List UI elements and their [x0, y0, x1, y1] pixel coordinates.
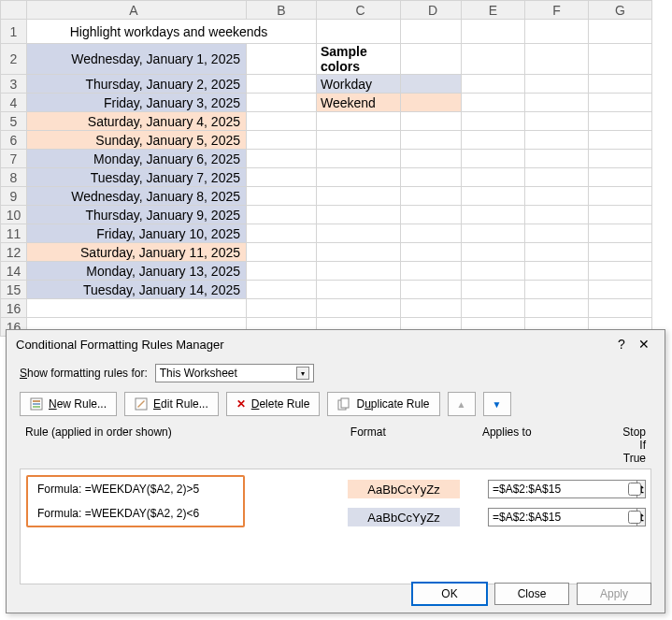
close-icon[interactable]: ✕	[633, 337, 655, 352]
date-cell[interactable]: Wednesday, January 1, 2025	[27, 44, 247, 75]
svg-rect-3	[33, 406, 40, 408]
date-cell[interactable]: Tuesday, January 14, 2025	[27, 281, 247, 299]
row-header[interactable]: 10	[1, 206, 27, 224]
dialog-title: Conditional Formatting Rules Manager	[16, 338, 224, 352]
rules-list: Formula: =WEEKDAY($A2, 2)>5 Formula: =WE…	[20, 469, 651, 584]
help-icon[interactable]: ?	[610, 337, 633, 352]
row-header[interactable]: 8	[1, 168, 27, 187]
row-header[interactable]: 14	[1, 262, 27, 281]
format-preview: AaBbCcYyZz	[348, 508, 460, 526]
svg-rect-2	[33, 403, 40, 405]
chevron-up-icon: ▲	[457, 399, 466, 410]
row-header[interactable]: 12	[1, 243, 27, 262]
date-cell[interactable]: Thursday, January 2, 2025	[27, 75, 247, 94]
date-cell[interactable]: Monday, January 13, 2025	[27, 262, 247, 281]
applies-to-input[interactable]	[488, 480, 637, 498]
row-header[interactable]: 1	[1, 20, 27, 44]
delete-rule-button[interactable]: ✕ Delete Rule	[226, 392, 321, 416]
col-header-a[interactable]: A	[27, 1, 247, 20]
stop-if-true-checkbox[interactable]	[628, 483, 641, 496]
date-cell[interactable]: Monday, January 6, 2025	[27, 150, 247, 168]
show-rules-label: Show formatting rules for:	[20, 367, 148, 380]
col-header-c[interactable]: C	[317, 1, 401, 20]
scope-dropdown[interactable]: This Worksheet ▾	[155, 364, 314, 382]
chevron-down-icon: ▼	[493, 399, 502, 410]
row-header[interactable]: 6	[1, 131, 27, 150]
row-header[interactable]: 4	[1, 94, 27, 112]
chevron-down-icon: ▾	[296, 367, 309, 380]
date-cell[interactable]: Saturday, January 11, 2025	[27, 243, 247, 262]
date-cell[interactable]: Thursday, January 9, 2025	[27, 206, 247, 224]
date-cell[interactable]: Wednesday, January 8, 2025	[27, 187, 247, 206]
new-rule-icon	[30, 397, 43, 411]
col-header-d[interactable]: D	[401, 1, 462, 20]
col-header-b[interactable]: B	[247, 1, 317, 20]
rules-manager-dialog: Conditional Formatting Rules Manager ? ✕…	[6, 329, 665, 613]
row-header[interactable]: 2	[1, 44, 27, 75]
delete-icon: ✕	[236, 397, 246, 411]
row-header[interactable]: 15	[1, 281, 27, 299]
format-preview: AaBbCcYyZz	[348, 480, 460, 498]
corner-cell[interactable]	[1, 1, 27, 20]
rules-header: Rule (applied in order shown) Format App…	[20, 422, 651, 469]
row-header[interactable]: 3	[1, 75, 27, 94]
duplicate-icon	[337, 397, 350, 411]
date-cell[interactable]: Friday, January 10, 2025	[27, 224, 247, 243]
rule-formula[interactable]: Formula: =WEEKDAY($A2, 2)>5	[28, 477, 243, 501]
edit-rule-button[interactable]: Edit Rule...	[124, 392, 219, 416]
col-header-f[interactable]: F	[525, 1, 589, 20]
move-down-button[interactable]: ▼	[483, 392, 511, 416]
svg-rect-1	[33, 400, 40, 402]
sample-weekend[interactable]: Weekend	[317, 94, 401, 112]
row-header[interactable]: 9	[1, 187, 27, 206]
new-rule-button[interactable]: New Rule...	[20, 392, 117, 416]
stop-if-true-checkbox[interactable]	[628, 511, 641, 524]
sample-header[interactable]: Sample colors	[317, 44, 401, 75]
date-cell[interactable]: Sunday, January 5, 2025	[27, 131, 247, 150]
date-cell[interactable]: Saturday, January 4, 2025	[27, 112, 247, 131]
title-cell[interactable]: Highlight workdays and weekends	[27, 20, 317, 44]
sample-workday[interactable]: Workday	[317, 75, 401, 94]
svg-rect-6	[341, 398, 349, 408]
formula-highlight: Formula: =WEEKDAY($A2, 2)>5 Formula: =WE…	[26, 475, 245, 527]
row-header[interactable]: 7	[1, 150, 27, 168]
ok-button[interactable]: OK	[412, 583, 487, 605]
date-cell[interactable]: Tuesday, January 7, 2025	[27, 168, 247, 187]
row-header[interactable]: 11	[1, 224, 27, 243]
duplicate-rule-button[interactable]: Duplicate Rule	[327, 392, 439, 416]
move-up-button[interactable]: ▲	[448, 392, 476, 416]
close-button[interactable]: Close	[494, 583, 569, 605]
applies-to-input[interactable]	[488, 508, 637, 526]
col-header-e[interactable]: E	[462, 1, 525, 20]
row-header[interactable]: 5	[1, 112, 27, 131]
row-header[interactable]: 16	[1, 299, 27, 318]
col-header-g[interactable]: G	[589, 1, 652, 20]
edit-rule-icon	[135, 397, 148, 411]
rule-formula[interactable]: Formula: =WEEKDAY($A2, 2)<6	[28, 501, 243, 526]
apply-button[interactable]: Apply	[577, 583, 651, 605]
spreadsheet-grid[interactable]: A B C D E F G 1Highlight workdays and we…	[0, 0, 652, 337]
date-cell[interactable]: Friday, January 3, 2025	[27, 94, 247, 112]
